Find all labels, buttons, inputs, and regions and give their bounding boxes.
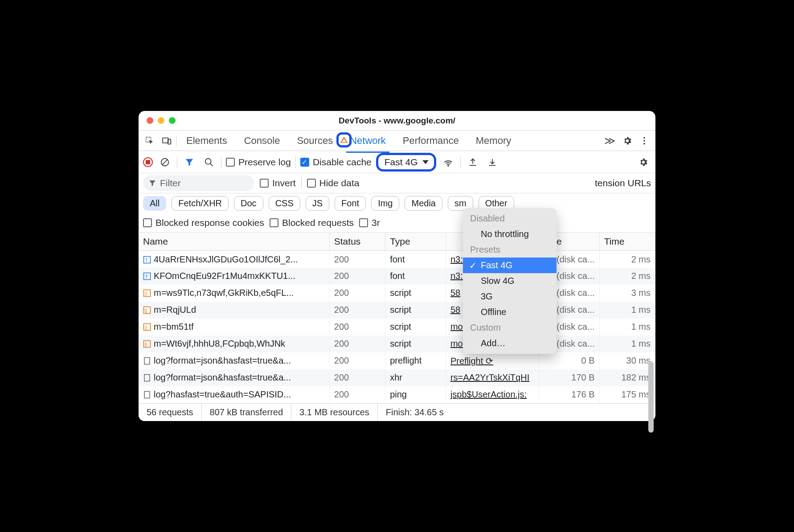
cell-time: 1 ms bbox=[599, 319, 655, 336]
cell-time: 1 ms bbox=[599, 302, 655, 319]
third-party-checkbox[interactable]: 3r bbox=[359, 217, 380, 228]
table-row[interactable]: {}m=Wt6vjf,hhhU8,FCpbqb,WhJNk200scriptmo… bbox=[139, 336, 655, 352]
svg-text:{}: {} bbox=[145, 326, 147, 330]
dropdown-item-offline[interactable]: Offline bbox=[463, 304, 557, 320]
table-row[interactable]: T4UaRrENHsxJlGDuGo1OIlJfC6l_2...200fontn… bbox=[139, 251, 655, 268]
cell-name: T4UaRrENHsxJlGDuGo1OIlJfC6l_2... bbox=[139, 251, 329, 268]
tab-elements[interactable]: Elements bbox=[184, 131, 229, 150]
svg-text:{}: {} bbox=[145, 292, 147, 296]
scrollbar-thumb[interactable] bbox=[648, 361, 654, 433]
filter-pill-font[interactable]: Font bbox=[335, 196, 366, 211]
filter-pill-doc[interactable]: Doc bbox=[234, 196, 263, 211]
devtools-window: DevTools - www.google.com/ Elements Cons… bbox=[139, 111, 655, 421]
cell-status: 200 bbox=[329, 285, 385, 302]
inspect-element-icon[interactable] bbox=[142, 133, 157, 148]
blocked-requests-checkbox[interactable]: Blocked requests bbox=[270, 217, 354, 228]
table-row[interactable]: {}m=bm51tf200scriptmoduleloader.js:58(di… bbox=[139, 319, 655, 336]
divider bbox=[176, 135, 176, 147]
cell-status: 200 bbox=[329, 369, 385, 386]
disable-cache-checkbox[interactable]: ✓Disable cache bbox=[300, 157, 372, 168]
filter-pill-fetchxhr[interactable]: Fetch/XHR bbox=[172, 196, 229, 211]
dropdown-item-no-throttling[interactable]: No throttling bbox=[463, 226, 557, 242]
dropdown-heading: Presets bbox=[463, 242, 557, 258]
dropdown-item-slow-4g[interactable]: Slow 4G bbox=[463, 273, 557, 289]
kebab-menu-icon[interactable] bbox=[637, 133, 652, 148]
cell-initiator[interactable]: jspb$UserAction.js: bbox=[446, 386, 539, 403]
network-settings-gear-icon[interactable] bbox=[636, 155, 651, 170]
filter-pill-media[interactable]: Media bbox=[405, 196, 442, 211]
svg-point-12 bbox=[448, 165, 449, 166]
tab-performance[interactable]: Performance bbox=[401, 131, 461, 150]
device-toolbar-icon[interactable] bbox=[159, 133, 174, 148]
network-conditions-icon[interactable] bbox=[441, 155, 456, 170]
blocked-response-cookies-checkbox[interactable]: Blocked response cookies bbox=[143, 217, 264, 228]
svg-rect-26 bbox=[144, 375, 150, 381]
column-name[interactable]: Name bbox=[139, 233, 329, 251]
cell-status: 200 bbox=[329, 268, 385, 285]
hide-data-urls-checkbox[interactable]: Hide data bbox=[307, 178, 360, 188]
svg-rect-3 bbox=[344, 139, 344, 141]
cell-type: xhr bbox=[385, 369, 446, 386]
svg-point-7 bbox=[643, 143, 645, 144]
filter-pill-all[interactable]: All bbox=[143, 196, 166, 211]
font-file-icon: T bbox=[143, 272, 151, 280]
cell-initiator[interactable]: Preflight ⟳ bbox=[446, 352, 539, 369]
clear-icon[interactable] bbox=[157, 155, 172, 170]
dropdown-item-3g[interactable]: 3G bbox=[463, 289, 557, 304]
tab-sources[interactable]: Sources bbox=[295, 131, 335, 150]
preserve-log-label: Preserve log bbox=[238, 157, 291, 168]
cell-name: log?format=json&hasfast=true&a... bbox=[139, 369, 329, 386]
filter-pill-img[interactable]: Img bbox=[371, 196, 399, 211]
svg-line-11 bbox=[210, 164, 213, 166]
column-status[interactable]: Status bbox=[329, 233, 385, 251]
cell-time: 182 ms bbox=[599, 369, 655, 386]
column-type[interactable]: Type bbox=[385, 233, 446, 251]
svg-text:T: T bbox=[145, 274, 148, 279]
minimize-window-button[interactable] bbox=[158, 117, 164, 124]
settings-gear-icon[interactable] bbox=[620, 133, 635, 148]
doc-file-icon bbox=[143, 391, 151, 399]
cell-status: 200 bbox=[329, 352, 385, 369]
tab-network[interactable]: Network bbox=[348, 131, 388, 150]
svg-text:{}: {} bbox=[145, 343, 147, 347]
invert-label: Invert bbox=[272, 178, 296, 188]
more-tabs-button[interactable]: ≫ bbox=[602, 135, 618, 147]
close-window-button[interactable] bbox=[147, 117, 153, 124]
export-har-icon[interactable] bbox=[485, 155, 500, 170]
cell-initiator[interactable]: rs=AA2YrTskXiTqHI bbox=[446, 369, 539, 386]
filter-pill-css[interactable]: CSS bbox=[269, 196, 300, 211]
filter-placeholder: Filter bbox=[160, 178, 181, 188]
warning-icon bbox=[340, 136, 348, 144]
divider bbox=[221, 156, 221, 168]
zoom-window-button[interactable] bbox=[169, 117, 176, 124]
third-party-label: 3r bbox=[372, 217, 380, 228]
search-icon[interactable] bbox=[201, 155, 217, 170]
invert-checkbox[interactable]: Invert bbox=[260, 178, 296, 188]
script-file-icon: {} bbox=[143, 340, 151, 348]
table-row[interactable]: {}m=ws9Tlc,n73qwf,GkRiKb,e5qFL...200scri… bbox=[139, 285, 655, 302]
tab-memory[interactable]: Memory bbox=[474, 131, 513, 150]
record-button[interactable] bbox=[143, 157, 153, 167]
panel-tabbar: Elements Console Sources Network Perform… bbox=[139, 131, 655, 151]
table-row[interactable]: log?hasfast=true&auth=SAPISID...200pingj… bbox=[139, 386, 655, 403]
dropdown-item-fast-4g[interactable]: Fast 4G bbox=[463, 258, 557, 273]
cell-status: 200 bbox=[329, 251, 385, 268]
import-har-icon[interactable] bbox=[465, 155, 480, 170]
table-row[interactable]: log?format=json&hasfast=true&a...200pref… bbox=[139, 352, 655, 369]
filter-pill-js[interactable]: JS bbox=[306, 196, 329, 211]
cell-time: 175 ms bbox=[599, 386, 655, 403]
table-row[interactable]: log?format=json&hasfast=true&a...200xhrr… bbox=[139, 369, 655, 386]
window-controls bbox=[139, 117, 176, 124]
filter-input[interactable]: Filter bbox=[143, 175, 254, 191]
divider bbox=[301, 177, 302, 189]
table-row[interactable]: TKFOmCnqEu92Fr1Mu4mxKKTU1...200fontn3:(d… bbox=[139, 268, 655, 285]
table-row[interactable]: {}m=RqjULd200script58(disk ca...1 ms bbox=[139, 302, 655, 319]
dropdown-item-add-[interactable]: Add… bbox=[463, 336, 557, 351]
tab-console[interactable]: Console bbox=[242, 131, 282, 150]
cell-name: {}m=Wt6vjf,hhhU8,FCpbqb,WhJNk bbox=[139, 336, 329, 352]
preserve-log-checkbox[interactable]: Preserve log bbox=[226, 157, 291, 168]
filter-toggle-icon[interactable] bbox=[182, 155, 197, 170]
window-title: DevTools - www.google.com/ bbox=[139, 116, 655, 126]
throttling-select[interactable]: Fast 4G bbox=[376, 153, 436, 172]
column-time[interactable]: Time bbox=[599, 233, 655, 251]
